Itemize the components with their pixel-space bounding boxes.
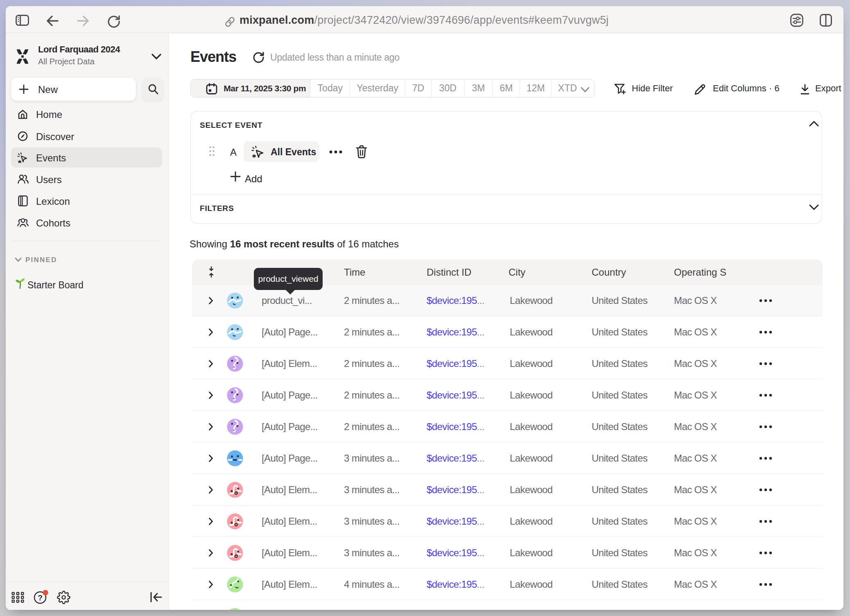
svg-text:?: ? (38, 593, 43, 602)
